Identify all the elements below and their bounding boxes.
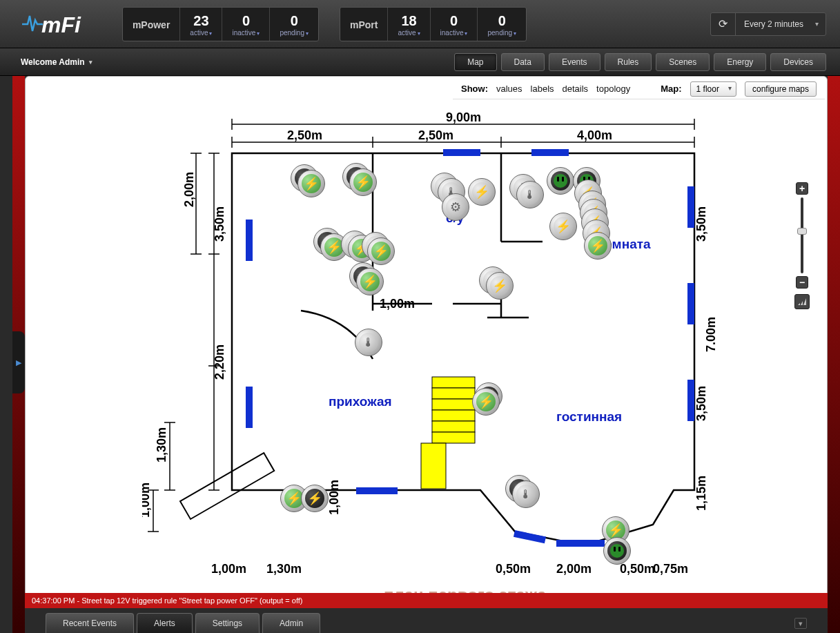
show-values[interactable]: values — [496, 84, 522, 94]
device-marker[interactable]: ⚡ — [549, 213, 577, 240]
zoom-control: + − — [794, 182, 810, 309]
tab-data[interactable]: Data — [501, 53, 545, 71]
device-marker[interactable]: ⚡ — [356, 268, 384, 295]
side-drawer-handle[interactable]: ▶ — [12, 331, 25, 393]
tab-energy[interactable]: Energy — [714, 53, 766, 71]
stats-mpower: mPower 23active 0inactive 0pending — [122, 7, 319, 41]
tab-rules[interactable]: Rules — [605, 53, 652, 71]
bottom-tabs: Recent Events Alerts Settings Admin — [46, 613, 320, 633]
tab-events[interactable]: Events — [549, 53, 600, 71]
alert-border-right — [828, 76, 840, 633]
logo: mFi — [21, 10, 81, 38]
zoom-slider-track[interactable] — [801, 197, 803, 273]
device-marker[interactable]: ⚡ — [349, 168, 377, 196]
alert-bar[interactable]: 04:37:00 PM - Street tap 12V triggered r… — [25, 593, 828, 608]
map-area: Show: values labels details topology Map… — [25, 76, 828, 603]
zoom-in-button[interactable]: + — [796, 182, 808, 195]
zoom-slider-handle[interactable] — [797, 228, 807, 235]
nav-row: Welcome Admin Map Data Events Rules Scen… — [0, 48, 840, 76]
device-marker[interactable]: ⚡ — [486, 272, 514, 300]
map-select[interactable]: 1 floor — [690, 81, 736, 97]
refresh-interval-select[interactable]: Every 2 minutes — [736, 13, 826, 35]
tab-scenes[interactable]: Scenes — [656, 53, 710, 71]
tab-devices[interactable]: Devices — [770, 53, 826, 71]
device-marker[interactable]: ⚡ — [472, 388, 500, 416]
device-layer: ⚡⚡⚡⚡🌡🌡⚙⚡🌡🌡⚡⚡⚡⚡⚡⚡⚡⚡⚡⚡⚡⚡⚡⚡⚡⚡⚡🌡⚡⚡⚡⚡⚡🌡⚡ — [142, 104, 715, 587]
device-marker[interactable] — [547, 167, 574, 195]
stat-mport-inactive[interactable]: 0inactive — [431, 8, 478, 41]
btab-admin[interactable]: Admin — [262, 613, 320, 633]
show-details[interactable]: details — [563, 84, 589, 94]
stat-mport-label: mPort — [350, 19, 378, 30]
signal-icon[interactable] — [794, 294, 810, 309]
zoom-out-button[interactable]: − — [796, 276, 808, 289]
show-labels[interactable]: labels — [531, 84, 554, 94]
device-marker[interactable]: 🌡 — [516, 181, 544, 208]
stat-mpower-active[interactable]: 23active — [180, 8, 222, 41]
btab-recent-events[interactable]: Recent Events — [46, 613, 134, 633]
stat-mpower-pending[interactable]: 0pending — [270, 8, 318, 41]
device-marker[interactable]: 🌡 — [355, 329, 382, 356]
device-marker[interactable]: ⚡ — [301, 485, 329, 512]
welcome-menu[interactable]: Welcome Admin — [21, 57, 92, 67]
logo-text: mFi — [41, 12, 81, 38]
device-marker[interactable]: ⚡ — [468, 178, 496, 206]
chevron-right-icon: ▶ — [16, 358, 21, 367]
device-marker[interactable]: ⚡ — [584, 232, 612, 260]
top-bar: mFi mPower 23active 0inactive 0pending m… — [0, 0, 840, 48]
show-topology[interactable]: topology — [596, 84, 630, 94]
stat-mpower-inactive[interactable]: 0inactive — [222, 8, 270, 41]
floorplan[interactable]: 9,00m 2,50m 2,50m 4,00m — [142, 104, 715, 587]
logo-pulse-icon — [21, 10, 44, 34]
stats-mport: mPort 18active 0inactive 0pending — [340, 7, 527, 41]
btab-alerts[interactable]: Alerts — [137, 613, 193, 633]
device-marker[interactable]: ⚡ — [367, 237, 395, 265]
refresh-button[interactable]: ⟳ — [711, 13, 736, 35]
device-marker[interactable]: 🌡 — [512, 480, 540, 508]
stat-mport-active[interactable]: 18active — [388, 8, 430, 41]
map-toolbar: Show: values labels details topology Map… — [453, 79, 825, 99]
map-label: Map: — [661, 84, 681, 94]
configure-maps-button[interactable]: configure maps — [745, 81, 817, 97]
device-marker[interactable]: ⚡ — [297, 170, 325, 197]
stat-mport-pending[interactable]: 0pending — [478, 8, 526, 41]
refresh-group: ⟳ Every 2 minutes — [710, 12, 826, 36]
device-marker[interactable] — [603, 537, 631, 565]
btab-settings[interactable]: Settings — [195, 613, 260, 633]
collapse-panel-button[interactable]: ▾ — [794, 618, 807, 629]
main-tabs: Map Data Events Rules Scenes Energy Devi… — [454, 53, 826, 71]
device-marker[interactable]: ⚙ — [442, 193, 469, 221]
stat-mpower-label: mPower — [133, 19, 170, 30]
tab-map[interactable]: Map — [454, 53, 496, 71]
show-label: Show: — [461, 84, 488, 94]
